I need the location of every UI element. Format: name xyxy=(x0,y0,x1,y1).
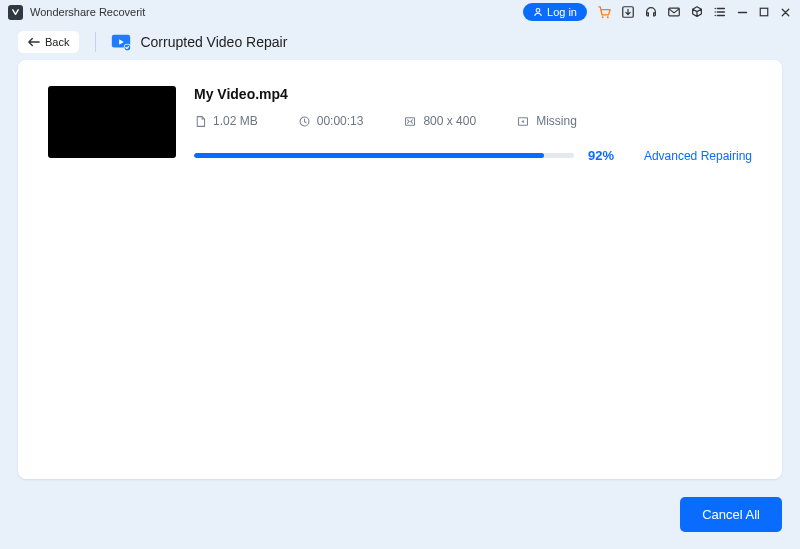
footer: Cancel All xyxy=(0,479,800,549)
meta-resolution-value: 800 x 400 xyxy=(423,114,476,128)
clock-icon xyxy=(298,115,311,128)
login-label: Log in xyxy=(547,6,577,18)
repair-item: My Video.mp4 1.02 MB 00:00:13 800 x 400 … xyxy=(48,86,752,163)
app-name: Wondershare Recoverit xyxy=(30,6,145,18)
svg-point-1 xyxy=(602,16,604,18)
file-meta: 1.02 MB 00:00:13 800 x 400 Missing xyxy=(194,114,752,128)
feature-title: Corrupted Video Repair xyxy=(140,34,287,50)
progress-row: 92% Advanced Repairing xyxy=(194,148,752,163)
minimize-icon[interactable] xyxy=(736,6,749,19)
meta-location-value: Missing xyxy=(536,114,577,128)
titlebar: Wondershare Recoverit Log in xyxy=(0,0,800,24)
svg-rect-14 xyxy=(406,117,415,124)
svg-point-2 xyxy=(607,16,609,18)
svg-point-7 xyxy=(715,15,716,16)
video-thumbnail xyxy=(48,86,176,158)
import-icon[interactable] xyxy=(621,5,635,19)
progress-bar-fill xyxy=(194,153,544,158)
meta-resolution: 800 x 400 xyxy=(403,114,476,128)
meta-location: Missing xyxy=(516,114,577,128)
file-name: My Video.mp4 xyxy=(194,86,752,102)
maximize-icon[interactable] xyxy=(758,6,770,18)
arrow-left-icon xyxy=(28,37,40,47)
header-divider xyxy=(95,32,96,52)
svg-point-6 xyxy=(715,11,716,12)
progress-bar xyxy=(194,153,574,158)
close-icon[interactable] xyxy=(779,6,792,19)
progress-status: Advanced Repairing xyxy=(642,149,752,163)
cart-icon[interactable] xyxy=(597,5,612,20)
resolution-icon xyxy=(403,115,417,128)
cancel-all-button[interactable]: Cancel All xyxy=(680,497,782,532)
cube-icon[interactable] xyxy=(690,5,704,19)
svg-point-5 xyxy=(715,8,716,9)
meta-size-value: 1.02 MB xyxy=(213,114,258,128)
svg-point-0 xyxy=(536,9,540,13)
header: Back Corrupted Video Repair xyxy=(0,24,800,60)
login-button[interactable]: Log in xyxy=(523,3,587,21)
file-icon xyxy=(194,115,207,128)
back-button[interactable]: Back xyxy=(18,31,79,53)
back-label: Back xyxy=(45,36,69,48)
meta-size: 1.02 MB xyxy=(194,114,258,128)
meta-duration: 00:00:13 xyxy=(298,114,364,128)
progress-percent: 92% xyxy=(588,148,628,163)
list-icon[interactable] xyxy=(713,5,727,19)
user-icon xyxy=(533,7,543,17)
app-logo-icon xyxy=(8,5,23,20)
feature-icon xyxy=(110,31,132,53)
headset-icon[interactable] xyxy=(644,5,658,19)
main-card: My Video.mp4 1.02 MB 00:00:13 800 x 400 … xyxy=(18,60,782,479)
meta-duration-value: 00:00:13 xyxy=(317,114,364,128)
svg-rect-8 xyxy=(760,8,768,16)
mail-icon[interactable] xyxy=(667,5,681,19)
location-icon xyxy=(516,115,530,128)
